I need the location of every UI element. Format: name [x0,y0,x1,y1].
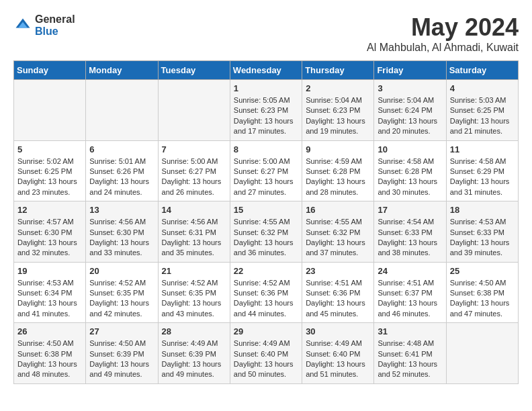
calendar-cell: 16Sunrise: 4:55 AM Sunset: 6:32 PM Dayli… [302,201,374,263]
day-number: 23 [306,266,370,276]
calendar-cell: 11Sunrise: 4:58 AM Sunset: 6:29 PM Dayli… [446,140,518,201]
day-number: 12 [17,205,82,215]
cell-content: Sunrise: 4:55 AM Sunset: 6:32 PM Dayligh… [234,217,298,259]
day-number: 8 [234,144,298,154]
calendar-cell: 9Sunrise: 4:59 AM Sunset: 6:28 PM Daylig… [302,140,374,201]
logo-text: General Blue [35,13,75,37]
header-monday: Monday [86,61,158,80]
cell-content: Sunrise: 4:50 AM Sunset: 6:38 PM Dayligh… [450,278,515,320]
calendar-cell: 28Sunrise: 4:49 AM Sunset: 6:39 PM Dayli… [158,323,230,384]
calendar-cell: 26Sunrise: 4:50 AM Sunset: 6:38 PM Dayli… [14,323,86,384]
logo: General Blue [13,13,75,37]
cell-content: Sunrise: 4:54 AM Sunset: 6:33 PM Dayligh… [378,217,442,259]
calendar-week-row: 12Sunrise: 4:57 AM Sunset: 6:30 PM Dayli… [14,201,519,263]
cell-content: Sunrise: 4:51 AM Sunset: 6:37 PM Dayligh… [378,278,442,320]
cell-content: Sunrise: 5:04 AM Sunset: 6:24 PM Dayligh… [378,95,442,137]
title-block: May 2024 Al Mahbulah, Al Ahmadi, Kuwait [367,13,519,54]
cell-content: Sunrise: 5:01 AM Sunset: 6:26 PM Dayligh… [89,156,154,198]
calendar-header-row: SundayMondayTuesdayWednesdayThursdayFrid… [14,61,519,80]
calendar-week-row: 5Sunrise: 5:02 AM Sunset: 6:25 PM Daylig… [14,140,519,201]
day-number: 19 [17,266,82,276]
day-number: 31 [378,326,442,336]
calendar-cell: 4Sunrise: 5:03 AM Sunset: 6:25 PM Daylig… [446,80,518,141]
logo-icon [13,16,32,35]
cell-content: Sunrise: 5:02 AM Sunset: 6:25 PM Dayligh… [17,156,82,198]
day-number: 25 [450,266,515,276]
cell-content: Sunrise: 4:58 AM Sunset: 6:28 PM Dayligh… [378,156,442,198]
header-sunday: Sunday [14,61,86,80]
page-header: General Blue May 2024 Al Mahbulah, Al Ah… [13,13,519,54]
cell-content: Sunrise: 4:49 AM Sunset: 6:40 PM Dayligh… [234,338,298,380]
cell-content: Sunrise: 4:50 AM Sunset: 6:39 PM Dayligh… [89,338,154,380]
day-number: 29 [234,326,298,336]
calendar-cell: 14Sunrise: 4:56 AM Sunset: 6:31 PM Dayli… [158,201,230,263]
header-tuesday: Tuesday [158,61,230,80]
day-number: 30 [306,326,370,336]
day-number: 28 [162,326,226,336]
day-number: 4 [450,83,515,93]
calendar-cell: 1Sunrise: 5:05 AM Sunset: 6:23 PM Daylig… [230,80,302,141]
day-number: 5 [17,144,82,154]
cell-content: Sunrise: 4:49 AM Sunset: 6:39 PM Dayligh… [162,338,226,380]
cell-content: Sunrise: 4:52 AM Sunset: 6:35 PM Dayligh… [162,278,226,320]
cell-content: Sunrise: 5:04 AM Sunset: 6:23 PM Dayligh… [306,95,370,137]
calendar-cell: 13Sunrise: 4:56 AM Sunset: 6:30 PM Dayli… [86,201,158,263]
calendar-cell: 3Sunrise: 5:04 AM Sunset: 6:24 PM Daylig… [374,80,446,141]
day-number: 10 [378,144,442,154]
cell-content: Sunrise: 4:51 AM Sunset: 6:36 PM Dayligh… [306,278,370,320]
cell-content: Sunrise: 4:56 AM Sunset: 6:31 PM Dayligh… [162,217,226,259]
location-title: Al Mahbulah, Al Ahmadi, Kuwait [367,42,519,54]
day-number: 3 [378,83,442,93]
calendar-cell: 21Sunrise: 4:52 AM Sunset: 6:35 PM Dayli… [158,262,230,323]
cell-content: Sunrise: 5:00 AM Sunset: 6:27 PM Dayligh… [234,156,298,198]
day-number: 27 [89,326,154,336]
calendar-cell: 2Sunrise: 5:04 AM Sunset: 6:23 PM Daylig… [302,80,374,141]
day-number: 16 [306,205,370,215]
calendar-cell: 30Sunrise: 4:49 AM Sunset: 6:40 PM Dayli… [302,323,374,384]
calendar-cell: 5Sunrise: 5:02 AM Sunset: 6:25 PM Daylig… [14,140,86,201]
calendar-cell: 12Sunrise: 4:57 AM Sunset: 6:30 PM Dayli… [14,201,86,263]
cell-content: Sunrise: 4:50 AM Sunset: 6:38 PM Dayligh… [17,338,82,380]
calendar-cell: 25Sunrise: 4:50 AM Sunset: 6:38 PM Dayli… [446,262,518,323]
calendar-week-row: 1Sunrise: 5:05 AM Sunset: 6:23 PM Daylig… [14,80,519,141]
cell-content: Sunrise: 4:49 AM Sunset: 6:40 PM Dayligh… [306,338,370,380]
header-wednesday: Wednesday [230,61,302,80]
calendar-cell [86,80,158,141]
day-number: 14 [162,205,226,215]
cell-content: Sunrise: 4:53 AM Sunset: 6:33 PM Dayligh… [450,217,515,259]
cell-content: Sunrise: 5:00 AM Sunset: 6:27 PM Dayligh… [162,156,226,198]
calendar-cell [158,80,230,141]
day-number: 15 [234,205,298,215]
calendar-cell: 7Sunrise: 5:00 AM Sunset: 6:27 PM Daylig… [158,140,230,201]
cell-content: Sunrise: 4:52 AM Sunset: 6:35 PM Dayligh… [89,278,154,320]
calendar-cell: 18Sunrise: 4:53 AM Sunset: 6:33 PM Dayli… [446,201,518,263]
day-number: 1 [234,83,298,93]
cell-content: Sunrise: 4:55 AM Sunset: 6:32 PM Dayligh… [306,217,370,259]
cell-content: Sunrise: 4:57 AM Sunset: 6:30 PM Dayligh… [17,217,82,259]
calendar-table: SundayMondayTuesdayWednesdayThursdayFrid… [13,60,519,384]
calendar-cell [14,80,86,141]
cell-content: Sunrise: 4:53 AM Sunset: 6:34 PM Dayligh… [17,278,82,320]
calendar-cell: 22Sunrise: 4:52 AM Sunset: 6:36 PM Dayli… [230,262,302,323]
cell-content: Sunrise: 4:59 AM Sunset: 6:28 PM Dayligh… [306,156,370,198]
day-number: 7 [162,144,226,154]
calendar-cell: 27Sunrise: 4:50 AM Sunset: 6:39 PM Dayli… [86,323,158,384]
cell-content: Sunrise: 4:56 AM Sunset: 6:30 PM Dayligh… [89,217,154,259]
logo-general-label: General [35,13,75,26]
cell-content: Sunrise: 5:05 AM Sunset: 6:23 PM Dayligh… [234,95,298,137]
header-thursday: Thursday [302,61,374,80]
cell-content: Sunrise: 4:52 AM Sunset: 6:36 PM Dayligh… [234,278,298,320]
day-number: 26 [17,326,82,336]
day-number: 6 [89,144,154,154]
day-number: 20 [89,266,154,276]
calendar-cell: 20Sunrise: 4:52 AM Sunset: 6:35 PM Dayli… [86,262,158,323]
cell-content: Sunrise: 5:03 AM Sunset: 6:25 PM Dayligh… [450,95,515,137]
day-number: 13 [89,205,154,215]
calendar-cell: 8Sunrise: 5:00 AM Sunset: 6:27 PM Daylig… [230,140,302,201]
day-number: 24 [378,266,442,276]
calendar-cell: 10Sunrise: 4:58 AM Sunset: 6:28 PM Dayli… [374,140,446,201]
cell-content: Sunrise: 4:48 AM Sunset: 6:41 PM Dayligh… [378,338,442,380]
calendar-cell: 31Sunrise: 4:48 AM Sunset: 6:41 PM Dayli… [374,323,446,384]
day-number: 2 [306,83,370,93]
calendar-cell: 29Sunrise: 4:49 AM Sunset: 6:40 PM Dayli… [230,323,302,384]
